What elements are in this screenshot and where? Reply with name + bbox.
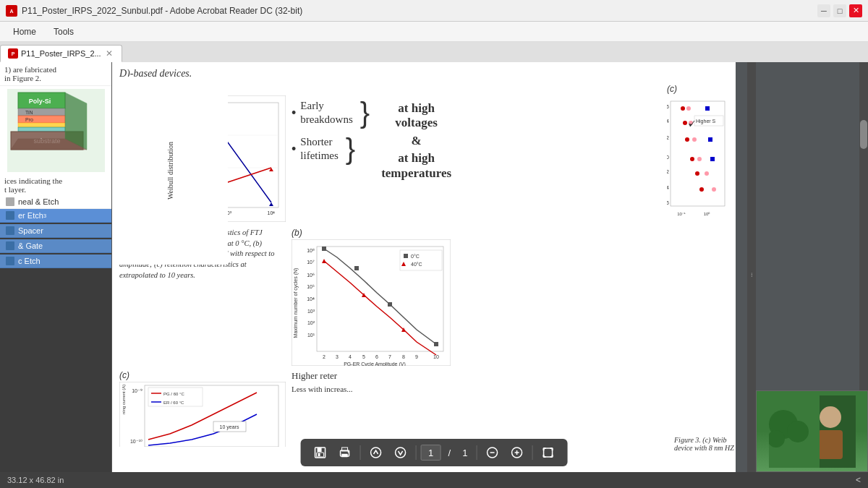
layer-item-c-etch[interactable]: c Etch: [0, 254, 111, 268]
page-size-status: 33.12 x 46.82 in: [7, 476, 64, 484]
toolbar-separator-1: [360, 445, 361, 460]
svg-text:10⁰: 10⁰: [704, 212, 711, 216]
svg-text:PG / 60 °C: PG / 60 °C: [163, 392, 184, 396]
layer-color-spacer: [6, 226, 14, 235]
svg-text:ning current (A): ning current (A): [122, 385, 126, 414]
svg-text:6: 6: [667, 104, 669, 109]
svg-text:10⁻⁹: 10⁻⁹: [132, 388, 142, 393]
layer-item-gate[interactable]: & Gate: [0, 239, 111, 253]
tab-close-button[interactable]: ✕: [104, 48, 114, 59]
layer-item-er-etch[interactable]: er Etch 3: [0, 209, 111, 223]
layer-item-spacer[interactable]: Spacer: [0, 224, 111, 238]
svg-text:2: 2: [667, 135, 669, 140]
svg-text:10⁷: 10⁷: [307, 260, 315, 265]
svg-text:Poly-Si: Poly-Si: [28, 98, 51, 105]
svg-rect-11: [18, 123, 65, 127]
svg-point-57: [683, 121, 687, 125]
svg-text:7: 7: [388, 354, 391, 359]
bullet-text-2: Shorter lifetimes: [300, 135, 339, 163]
svg-text:-2: -2: [667, 169, 669, 174]
sidebar: 1) are fabricated in Figure 2. Poly-Si T…: [0, 62, 112, 488]
svg-text:9: 9: [415, 354, 418, 359]
maximize-button[interactable]: □: [833, 4, 846, 17]
toolbar-separator-3: [476, 445, 477, 460]
bullet-list: • Early breakdowns } •: [292, 98, 370, 163]
svg-rect-68: [705, 106, 710, 111]
svg-text:10³: 10³: [307, 309, 315, 314]
graph-c-area: 10⁻⁹ 10⁻¹⁰ ning current (A) PG / 60 °C E…: [119, 382, 286, 447]
svg-text:10¹: 10¹: [307, 333, 315, 338]
svg-point-56: [681, 106, 685, 111]
svg-text:ER / 60 °C: ER / 60 °C: [163, 401, 184, 405]
svg-text:3: 3: [336, 354, 339, 359]
weibull-partial: (c) 6 4 2 0 -2 -4 -6: [667, 84, 728, 223]
graph-c-svg: 10⁻⁹ 10⁻¹⁰ ning current (A) PG / 60 °C E…: [119, 382, 286, 447]
svg-point-64: [692, 137, 697, 142]
weibull-y-label: Weibull distribution: [166, 142, 174, 200]
menu-tools[interactable]: Tools: [46, 25, 81, 39]
zoom-in-button[interactable]: [506, 443, 527, 462]
svg-text:10: 10: [433, 354, 439, 359]
fit-page-button[interactable]: [537, 443, 558, 462]
scroll-up-button[interactable]: [365, 443, 387, 462]
window-controls: ─ □ ✕: [817, 4, 862, 17]
page-number-input[interactable]: [421, 445, 441, 461]
video-thumbnail: [756, 390, 868, 472]
svg-rect-100: [434, 342, 438, 346]
minimize-button[interactable]: ─: [817, 4, 830, 17]
save-toolbar-button[interactable]: [310, 443, 331, 462]
zoom-out-button[interactable]: [481, 443, 503, 462]
lower-text: Less with increas...: [292, 385, 728, 393]
scroll-down-button[interactable]: [390, 443, 412, 462]
graph-c-label: (c): [119, 370, 286, 380]
svg-rect-99: [388, 302, 392, 307]
menu-bar: Home Tools: [0, 22, 868, 42]
bullet-text-1: Early breakdowns: [300, 99, 352, 127]
app-icon: A: [6, 5, 17, 17]
layer-label-er: er Etch: [18, 211, 43, 220]
layer-label-spacer: Spacer: [18, 226, 43, 235]
bottom-row: (c) 10⁻⁹ 10⁻¹⁰ ning current (A): [119, 370, 728, 447]
bullet-row-1: • Early breakdowns } •: [292, 98, 661, 181]
svg-rect-70: [708, 137, 712, 142]
device-illustration-area: Poly-Si TiN Pro substrate: [0, 86, 111, 175]
device-3d-svg: Poly-Si TiN Pro substrate: [7, 89, 105, 172]
svg-point-65: [697, 157, 702, 161]
page-separator-label: /: [444, 448, 456, 458]
print-toolbar-button[interactable]: [334, 443, 356, 462]
svg-text:0°C: 0°C: [411, 254, 420, 259]
main-area: 1) are fabricated in Figure 2. Poly-Si T…: [0, 62, 868, 488]
svg-text:10⁻¹⁰: 10⁻¹⁰: [130, 439, 142, 444]
svg-text:10²: 10²: [307, 320, 315, 325]
print-icon: [339, 446, 352, 459]
page-total-label: 1: [458, 448, 472, 458]
window-title: P11_Poster_IRPS_2022_Sunbul.pdf - Adobe …: [22, 6, 302, 16]
fit-page-icon: [541, 446, 554, 459]
svg-rect-105: [404, 254, 408, 258]
status-scroll-button[interactable]: <: [856, 475, 861, 485]
graph-b-svg: 10⁸ 10⁷ 10⁶ 10⁵ 10⁴ 10³ 10² 10¹ 2 3 4: [292, 239, 451, 366]
svg-text:-6: -6: [667, 200, 669, 205]
svg-rect-129: [318, 448, 322, 452]
svg-point-60: [695, 171, 699, 176]
svg-point-58: [685, 137, 689, 142]
menu-home[interactable]: Home: [6, 25, 43, 39]
weibull-label-area: Weibull distribution: [112, 77, 228, 265]
layer-superscript: 3: [43, 213, 46, 219]
svg-text:10⁻¹: 10⁻¹: [677, 212, 686, 216]
center-scroll-indicator: ⁞: [747, 62, 756, 488]
status-bar: 33.12 x 46.82 in <: [0, 472, 868, 488]
pdf-toolbar: / 1: [301, 439, 568, 466]
svg-text:2: 2: [323, 354, 326, 359]
svg-text:10⁵: 10⁵: [307, 284, 315, 289]
graph-b-area: 10⁸ 10⁷ 10⁶ 10⁵ 10⁴ 10³ 10² 10¹ 2 3 4: [292, 239, 451, 366]
svg-rect-134: [342, 454, 348, 457]
title-left: A P11_Poster_IRPS_2022_Sunbul.pdf - Adob…: [6, 5, 302, 17]
svg-text:P: P: [12, 51, 15, 56]
close-button[interactable]: ✕: [849, 4, 862, 17]
svg-text:10⁶: 10⁶: [307, 273, 315, 278]
weibull-svg: 6 4 2 0 -2 -4 -6 10⁻¹ 10⁰: [667, 94, 728, 221]
tab-active[interactable]: P P11_Poster_IRPS_2... ✕: [0, 45, 122, 62]
layer-item-neal-etch[interactable]: neal & Etch: [0, 195, 111, 209]
svg-text:4: 4: [667, 119, 669, 124]
